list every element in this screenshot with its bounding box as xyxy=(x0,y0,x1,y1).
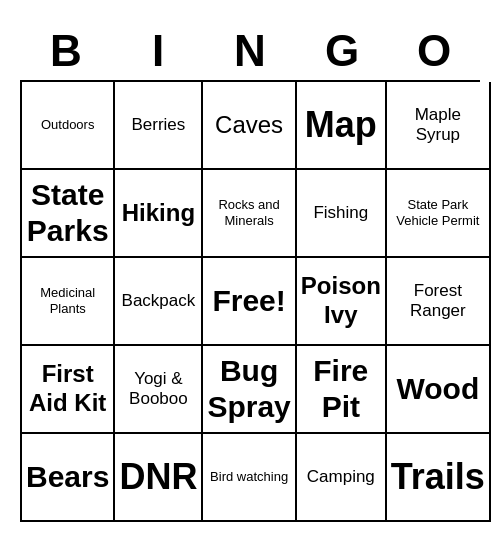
cell-text: Outdoors xyxy=(41,117,94,133)
bingo-cell: Camping xyxy=(297,434,387,522)
bingo-grid: OutdoorsBerriesCavesMapMaple SyrupState … xyxy=(20,80,480,522)
bingo-cell: Poison Ivy xyxy=(297,258,387,346)
bingo-cell: Map xyxy=(297,82,387,170)
cell-text: Camping xyxy=(307,467,375,487)
bingo-cell: Backpack xyxy=(115,258,203,346)
bingo-cell: Caves xyxy=(203,82,296,170)
bingo-cell: Hiking xyxy=(115,170,203,258)
bingo-cell: Bug Spray xyxy=(203,346,296,434)
cell-text: Bird watching xyxy=(210,469,288,485)
bingo-cell: First Aid Kit xyxy=(22,346,115,434)
header-letter: B xyxy=(20,22,112,80)
bingo-cell: DNR xyxy=(115,434,203,522)
cell-text: Poison Ivy xyxy=(301,272,381,330)
cell-text: First Aid Kit xyxy=(26,360,109,418)
cell-text: Caves xyxy=(215,111,283,140)
bingo-cell: Fire Pit xyxy=(297,346,387,434)
bingo-cell: Medicinal Plants xyxy=(22,258,115,346)
cell-text: Rocks and Minerals xyxy=(207,197,290,228)
bingo-card: BINGO OutdoorsBerriesCavesMapMaple Syrup… xyxy=(10,12,490,532)
bingo-cell: Bird watching xyxy=(203,434,296,522)
cell-text: Medicinal Plants xyxy=(26,285,109,316)
bingo-cell: Forest Ranger xyxy=(387,258,491,346)
bingo-cell: Maple Syrup xyxy=(387,82,491,170)
cell-text: Forest Ranger xyxy=(391,281,485,322)
cell-text: Maple Syrup xyxy=(391,105,485,146)
cell-text: Backpack xyxy=(122,291,196,311)
cell-text: State Parks xyxy=(26,177,109,249)
bingo-cell: Fishing xyxy=(297,170,387,258)
header-letter: O xyxy=(388,22,480,80)
bingo-cell: Trails xyxy=(387,434,491,522)
bingo-header: BINGO xyxy=(20,22,480,80)
cell-text: Fire Pit xyxy=(301,353,381,425)
bingo-cell: Outdoors xyxy=(22,82,115,170)
cell-text: Wood xyxy=(396,371,479,407)
cell-text: State Park Vehicle Permit xyxy=(391,197,485,228)
bingo-cell: Free! xyxy=(203,258,296,346)
bingo-cell: Berries xyxy=(115,82,203,170)
cell-text: Berries xyxy=(131,115,185,135)
cell-text: Fishing xyxy=(313,203,368,223)
bingo-cell: Rocks and Minerals xyxy=(203,170,296,258)
cell-text: Free! xyxy=(212,283,285,319)
cell-text: Yogi & Booboo xyxy=(119,369,197,410)
bingo-cell: Wood xyxy=(387,346,491,434)
cell-text: Bug Spray xyxy=(207,353,290,425)
header-letter: N xyxy=(204,22,296,80)
header-letter: G xyxy=(296,22,388,80)
cell-text: DNR xyxy=(119,455,197,498)
bingo-cell: Yogi & Booboo xyxy=(115,346,203,434)
cell-text: Map xyxy=(305,103,377,146)
header-letter: I xyxy=(112,22,204,80)
cell-text: Trails xyxy=(391,455,485,498)
bingo-cell: Bears xyxy=(22,434,115,522)
bingo-cell: State Park Vehicle Permit xyxy=(387,170,491,258)
cell-text: Bears xyxy=(26,459,109,495)
bingo-cell: State Parks xyxy=(22,170,115,258)
cell-text: Hiking xyxy=(122,199,195,228)
